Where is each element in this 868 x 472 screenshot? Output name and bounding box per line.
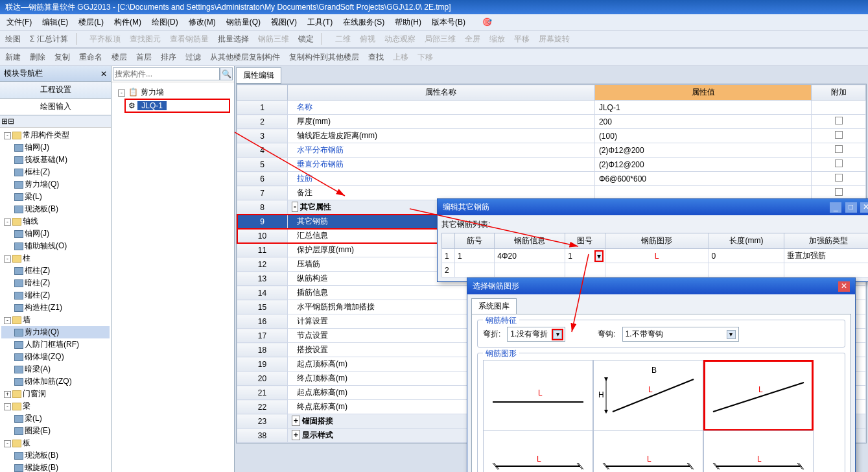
tree-item[interactable]: 轴网(J) [1, 228, 110, 240]
menu-file[interactable]: 文件(F) [3, 16, 36, 29]
component-tree[interactable]: - 📋 剪力墙 ⚙ JLQ-1 [111, 82, 234, 117]
rebar-row-2[interactable]: 2 [442, 263, 869, 277]
prop-row[interactable]: 3轴线距左墙皮距离(mm)(100) [237, 129, 866, 143]
tb-copyfrom[interactable]: 从其他楼层复制构件 [207, 51, 283, 64]
tb-search[interactable]: 查找 [366, 51, 386, 64]
combo-bend-arrow-icon[interactable]: ▾ [553, 330, 562, 339]
tree-item[interactable]: 轴网(J) [1, 141, 110, 154]
tree-item[interactable]: -轴线 [1, 215, 110, 228]
tb-floor-lbl[interactable]: 楼层 [109, 51, 130, 64]
comp-root[interactable]: 剪力墙 [141, 88, 164, 97]
tb-floor-sel[interactable]: 首层 [134, 51, 154, 64]
tb-new[interactable]: 新建 [3, 51, 23, 64]
tb-full[interactable]: 全屏 [462, 32, 483, 46]
menu-online[interactable]: 在线服务(S) [339, 16, 388, 29]
tb-3d[interactable]: 钢筋三维 [255, 32, 292, 46]
prop-row[interactable]: 1名称JLQ-1 [237, 100, 866, 115]
tree-item[interactable]: 现浇板(B) [1, 203, 110, 215]
tree-item[interactable]: 端柱(Z) [1, 289, 110, 301]
comp-item[interactable]: JLQ-1 [137, 101, 167, 110]
tree-item[interactable]: 辅助轴线(O) [1, 240, 110, 252]
tree-item[interactable]: 暗梁(A) [1, 363, 110, 375]
tree-item[interactable]: 筏板基础(M) [1, 154, 110, 166]
dlg2-tab[interactable]: 系统图库 [471, 298, 517, 314]
tb-2d[interactable]: 二维 [333, 32, 353, 46]
menu-version[interactable]: 版本号(B) [428, 16, 469, 29]
tb-rotate[interactable]: 屏幕旋转 [536, 32, 572, 46]
tree-item[interactable]: 螺旋板(B) [1, 462, 110, 472]
nav-tab-draw[interactable]: 绘图输入 [0, 99, 111, 115]
shape-picker-button[interactable]: ▾ [594, 250, 604, 262]
menu-modify[interactable]: 修改(M) [185, 16, 220, 29]
tree-item[interactable]: 人防门框墙(RF) [1, 338, 110, 351]
menu-floor[interactable]: 楼层(L) [75, 16, 108, 29]
combo-hook-arrow-icon[interactable]: ▾ [727, 330, 736, 339]
tb-up[interactable]: 上移 [390, 51, 411, 64]
prop-row[interactable]: 2厚度(mm)200 [237, 115, 866, 129]
tb-sort[interactable]: 排序 [158, 51, 179, 64]
menu-draw[interactable]: 绘图(D) [148, 16, 182, 29]
tb-sum[interactable]: Σ 汇总计算 [27, 32, 71, 46]
shape-option[interactable]: L [703, 360, 814, 431]
menu-tools[interactable]: 工具(T) [303, 16, 336, 29]
combo-hook[interactable]: 1.不带弯钩▾ [622, 327, 739, 342]
tree-item[interactable]: -柱 [1, 252, 110, 265]
tb-pan[interactable]: 平移 [511, 32, 532, 46]
tree-item[interactable]: 现浇板(B) [1, 449, 110, 462]
menu-help[interactable]: 帮助(H) [391, 16, 425, 29]
tb-filter[interactable]: 过滤 [183, 51, 204, 64]
tb-batch[interactable]: 批量选择 [215, 32, 252, 46]
menu-edit[interactable]: 编辑(E) [38, 16, 72, 29]
tb-zoom[interactable]: 缩放 [487, 32, 508, 46]
prop-row[interactable]: 6拉筋Φ6@600*600 [237, 172, 866, 186]
search-button[interactable]: 🔍 [220, 67, 233, 80]
shape-option[interactable]: L [483, 360, 593, 431]
tree-item[interactable]: 框柱(Z) [1, 265, 110, 277]
tree-item[interactable]: -板 [1, 437, 110, 449]
tree-item[interactable]: 砌体墙(ZQ) [1, 351, 110, 363]
dlg1-max-icon[interactable]: □ [845, 202, 857, 213]
tb-local3d[interactable]: 局部三维 [422, 32, 458, 46]
collapse-icon[interactable]: ⊞⊟ [1, 117, 14, 126]
menu-view[interactable]: 视图(V) [267, 16, 301, 29]
tree-item[interactable]: 砌体加筋(ZQ) [1, 375, 110, 388]
tree-item[interactable]: 梁(L) [1, 191, 110, 203]
tb-rename[interactable]: 重命名 [76, 51, 105, 64]
prop-tab[interactable]: 属性编辑 [236, 67, 281, 84]
shape-option[interactable]: LBH [593, 360, 703, 431]
tree-item[interactable]: -梁 [1, 400, 110, 412]
tb-find[interactable]: 查找图元 [127, 32, 163, 46]
tb-top[interactable]: 俯视 [357, 32, 378, 46]
dlg1-close-icon[interactable]: ✕ [860, 202, 868, 213]
tb-flat[interactable]: 平齐板顶 [87, 32, 123, 46]
tree-item[interactable]: 剪力墙(Q) [1, 178, 110, 191]
tree-item[interactable]: 圈梁(E) [1, 425, 110, 437]
tree-item[interactable]: 剪力墙(Q) [1, 326, 110, 338]
shape-option[interactable]: L [483, 431, 593, 472]
shape-option[interactable]: L [703, 431, 814, 472]
rebar-row-1[interactable]: 1 1 4Φ20 1 ▾ L 0 垂直加强筋 [442, 249, 869, 263]
nav-tree[interactable]: -常用构件类型轴网(J)筏板基础(M)框柱(Z)剪力墙(Q)梁(L)现浇板(B)… [0, 128, 111, 472]
tb-del[interactable]: 删除 [27, 51, 48, 64]
tree-item[interactable]: 梁(L) [1, 412, 110, 425]
prop-row[interactable]: 4水平分布钢筋(2)Φ12@200 [237, 143, 866, 158]
tb-copyto[interactable]: 复制构件到其他楼层 [287, 51, 362, 64]
tree-item[interactable]: -常用构件类型 [1, 129, 110, 141]
tree-item[interactable]: 暗柱(Z) [1, 277, 110, 289]
tb-draw[interactable]: 绘图 [3, 32, 23, 46]
menu-rebar[interactable]: 钢筋量(Q) [222, 16, 264, 29]
prop-row[interactable]: 5垂直分布钢筋(2)Φ12@200 [237, 158, 866, 172]
combo-bend[interactable]: 1.没有弯折▾ [507, 327, 565, 342]
nav-close-icon[interactable]: ✕ [100, 69, 107, 78]
tree-item[interactable]: 框柱(Z) [1, 166, 110, 178]
nav-tab-project[interactable]: 工程设置 [0, 82, 111, 99]
dlg2-close-icon[interactable]: ✕ [838, 281, 850, 292]
shape-option[interactable]: L [593, 431, 703, 472]
tb-copy[interactable]: 复制 [52, 51, 73, 64]
dlg1-min-icon[interactable]: _ [830, 202, 841, 213]
tree-item[interactable]: +门窗洞 [1, 388, 110, 400]
menu-component[interactable]: 构件(M) [110, 16, 145, 29]
tree-item[interactable]: 构造柱(Z1) [1, 301, 110, 314]
tb-orbit[interactable]: 动态观察 [382, 32, 418, 46]
tb-down[interactable]: 下移 [415, 51, 436, 64]
